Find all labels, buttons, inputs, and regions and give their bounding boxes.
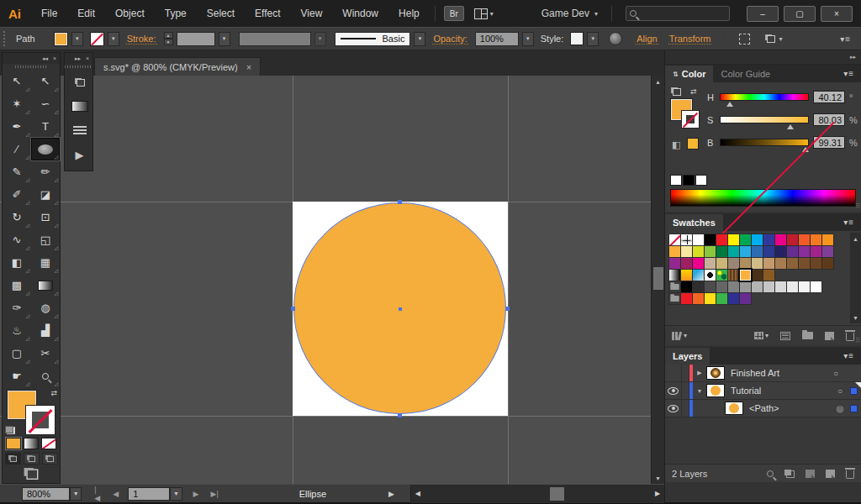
magic-wand-tool[interactable]: ✶◿ (3, 92, 31, 115)
layer-thumbnail[interactable] (725, 402, 743, 415)
swatch[interactable] (669, 246, 680, 257)
swatch[interactable] (752, 270, 763, 281)
swatch[interactable] (740, 258, 751, 269)
swatch[interactable] (752, 246, 763, 257)
color-group-folder-icon[interactable] (669, 281, 680, 292)
none-mode-button[interactable] (41, 438, 56, 449)
collapse-dock-icon[interactable]: ▸▸ (850, 54, 856, 60)
panel-resize-grip[interactable]: ⠿ (855, 202, 859, 210)
swatch[interactable] (740, 293, 751, 304)
panel-resize-grip[interactable]: ⠿ (855, 337, 859, 344)
none-swatch[interactable] (670, 175, 682, 186)
stroke-color-proxy[interactable] (682, 111, 699, 128)
swatch[interactable] (763, 258, 774, 269)
scroll-down-icon[interactable]: ▼ (850, 312, 861, 323)
swatch[interactable] (811, 234, 821, 245)
swatch[interactable] (669, 258, 680, 269)
menu-file[interactable]: File (31, 0, 67, 27)
selection-indicator[interactable] (850, 405, 858, 412)
layer-row-path[interactable]: <Path> ◎ (665, 400, 861, 417)
hue-slider[interactable] (720, 93, 809, 101)
brush-definition-field[interactable]: Basic (335, 32, 411, 46)
symbols-panel-icon[interactable] (65, 70, 94, 94)
artboard-dropdown[interactable]: ▼ (170, 487, 182, 501)
swatch[interactable] (775, 281, 786, 292)
swatch[interactable] (716, 246, 727, 257)
swatch[interactable] (752, 281, 763, 292)
close-button[interactable]: × (821, 6, 853, 22)
type-tool[interactable]: T◿ (31, 115, 60, 138)
swatch[interactable] (787, 258, 798, 269)
layer-name[interactable]: Finished Art (725, 368, 779, 378)
stroke-weight-field[interactable] (177, 32, 215, 46)
swatch[interactable] (693, 234, 704, 245)
column-graph-tool[interactable]: ▟◿ (31, 319, 60, 342)
swatch[interactable] (669, 234, 680, 245)
swatch[interactable] (705, 293, 716, 304)
control-panel-menu-icon[interactable]: ▾≡ (833, 34, 858, 44)
saturation-slider[interactable] (720, 116, 809, 123)
swatch[interactable] (705, 234, 716, 245)
swatch[interactable] (693, 258, 704, 269)
slice-tool[interactable]: ✂◿ (31, 342, 60, 365)
layer-row-tutorial[interactable]: ▼ Tutorial ○ (665, 382, 861, 400)
opacity-link[interactable]: Opacity: (432, 34, 467, 45)
swatch[interactable] (740, 234, 751, 245)
show-swatch-kinds-button[interactable]: ▾ (754, 332, 769, 339)
target-icon[interactable]: ○ (834, 386, 846, 396)
brush-dropdown[interactable]: ▾ (414, 32, 425, 46)
menu-type[interactable]: Type (155, 0, 197, 27)
menu-select[interactable]: Select (197, 0, 245, 27)
next-artboard-button[interactable]: ▶ (188, 490, 205, 498)
default-fill-stroke-icon[interactable] (5, 426, 15, 434)
horizontal-scrollbar[interactable]: ◀ ▶ (410, 485, 664, 503)
artboard-tool[interactable]: ▢◿ (3, 342, 31, 365)
scroll-left-icon[interactable]: ◀ (411, 490, 425, 497)
scroll-right-icon[interactable]: ▶ (651, 490, 664, 497)
menu-edit[interactable]: Edit (67, 0, 105, 27)
close-tab-icon[interactable]: × (246, 62, 251, 72)
layer-row-finished-art[interactable]: ▶ Finished Art ○ (665, 365, 861, 382)
brightness-slider[interactable] (720, 139, 809, 146)
pen-tool[interactable]: ✒◿ (3, 115, 31, 138)
symbol-sprayer-tool[interactable]: ♨◿ (3, 319, 31, 342)
opacity-field[interactable]: 100% (475, 32, 519, 46)
visibility-toggle[interactable] (665, 382, 682, 399)
anchor-center[interactable] (399, 307, 402, 311)
stroke-panel-link[interactable]: Stroke: (126, 34, 157, 45)
scroll-up-icon[interactable]: ▲ (850, 233, 861, 244)
swatch[interactable] (716, 234, 727, 245)
draw-behind-button[interactable] (24, 453, 40, 465)
swatch[interactable] (740, 246, 751, 257)
swatch[interactable] (763, 270, 774, 281)
scroll-down-icon[interactable]: ▼ (652, 472, 664, 484)
black-swatch[interactable] (683, 175, 695, 186)
zoom-level-field[interactable]: 800% (22, 487, 70, 501)
swatch[interactable] (669, 270, 680, 281)
hand-tool[interactable]: ☛◿ (3, 365, 31, 387)
swatch[interactable] (728, 234, 739, 245)
swatch[interactable] (775, 234, 786, 245)
swatch[interactable] (705, 258, 716, 269)
swatch[interactable] (775, 258, 786, 269)
swatch[interactable] (728, 258, 739, 269)
locate-object-icon[interactable] (767, 470, 774, 477)
selection-tool[interactable]: ↖◿ (3, 70, 31, 92)
gradient-tool[interactable]: ◿ (31, 274, 60, 297)
gamut-color-swatch[interactable] (687, 138, 699, 150)
perspective-grid-tool[interactable]: ▦◿ (31, 251, 60, 274)
visibility-toggle[interactable] (665, 400, 682, 417)
color-group-folder-icon[interactable] (669, 293, 680, 304)
swatch[interactable] (822, 258, 833, 269)
stroke-weight-dropdown[interactable]: ▾ (219, 32, 230, 46)
swatch[interactable] (763, 234, 774, 245)
clipping-mask-icon[interactable] (784, 470, 795, 478)
blend-tool[interactable]: ◍◿ (31, 297, 60, 319)
swatch[interactable] (799, 258, 810, 269)
swatch[interactable] (799, 234, 810, 245)
tab-layers[interactable]: Layers (665, 348, 710, 365)
draw-normal-button[interactable] (5, 453, 21, 465)
target-selected-icon[interactable]: ◎ (834, 404, 846, 413)
swatch[interactable] (681, 258, 692, 269)
swatch[interactable] (705, 270, 716, 281)
